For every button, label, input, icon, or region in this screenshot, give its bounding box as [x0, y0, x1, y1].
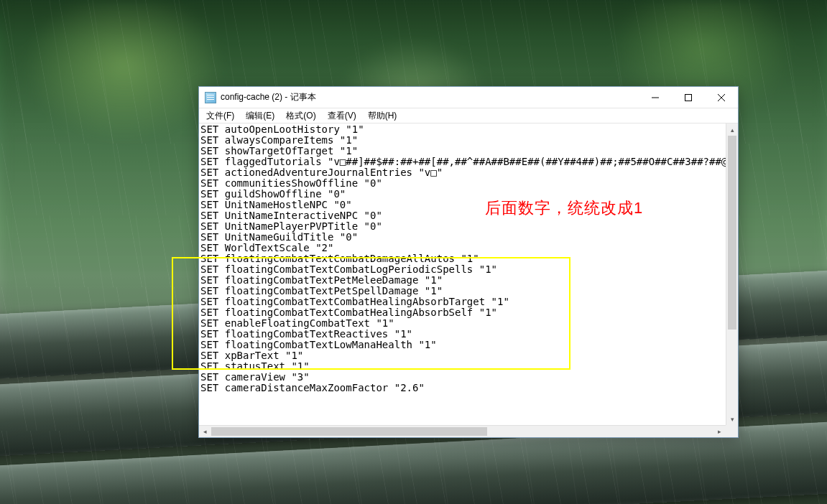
minimize-button[interactable] [639, 87, 672, 108]
scroll-thumb-vertical[interactable] [728, 136, 736, 330]
menu-view[interactable]: 查看(V) [322, 108, 362, 123]
maximize-button[interactable] [672, 87, 705, 108]
scroll-up-button[interactable]: ▴ [726, 123, 738, 136]
scroll-track-vertical[interactable] [726, 136, 738, 413]
window-title: config-cache (2) - 记事本 [221, 91, 316, 103]
scrollbar-corner [726, 425, 738, 437]
menu-edit[interactable]: 编辑(E) [240, 108, 280, 123]
notepad-window: config-cache (2) - 记事本 文件(F) 编辑(E) 格式(O)… [198, 86, 739, 438]
menu-file[interactable]: 文件(F) [200, 108, 240, 123]
text-content[interactable]: SET autoOpenLootHistory "1" SET alwaysCo… [199, 123, 738, 437]
svg-rect-1 [685, 94, 692, 101]
menu-format[interactable]: 格式(O) [280, 108, 321, 123]
scroll-left-button[interactable]: ◂ [199, 426, 211, 437]
scrollbar-horizontal[interactable]: ◂ ▸ [199, 425, 726, 437]
titlebar[interactable]: config-cache (2) - 记事本 [199, 87, 738, 108]
close-button[interactable] [705, 87, 738, 108]
menubar: 文件(F) 编辑(E) 格式(O) 查看(V) 帮助(H) [199, 108, 738, 123]
scroll-track-horizontal[interactable] [211, 426, 713, 437]
scroll-thumb-horizontal[interactable] [211, 427, 487, 436]
scrollbar-vertical[interactable]: ▴ ▾ [726, 123, 738, 425]
notepad-icon [205, 92, 216, 103]
scroll-down-button[interactable]: ▾ [726, 413, 738, 425]
menu-help[interactable]: 帮助(H) [362, 108, 403, 123]
text-area-wrapper: SET autoOpenLootHistory "1" SET alwaysCo… [199, 123, 738, 437]
scroll-right-button[interactable]: ▸ [713, 426, 726, 437]
